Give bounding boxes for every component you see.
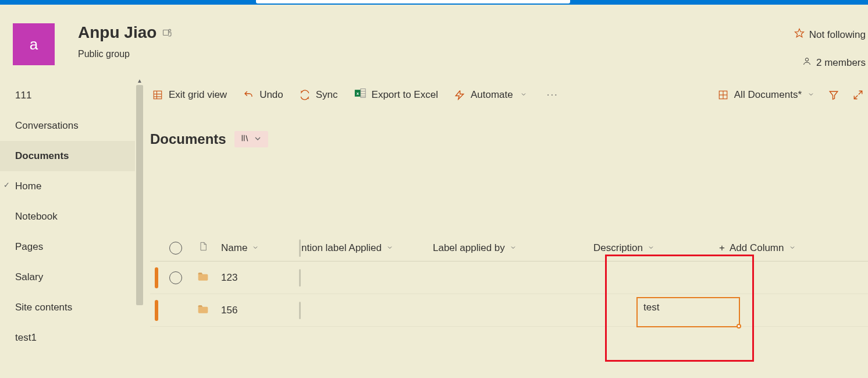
row-select[interactable] xyxy=(162,271,190,284)
sync-icon xyxy=(300,90,310,100)
exit-grid-button[interactable]: Exit grid view xyxy=(152,89,227,101)
chevron-down-icon xyxy=(253,134,262,145)
view-switcher[interactable] xyxy=(234,131,268,147)
automate-label: Automate xyxy=(471,89,513,101)
sidebar-item-documents[interactable]: Documents xyxy=(0,141,144,171)
sidebar-item-pages[interactable]: Pages xyxy=(0,232,144,262)
svg-line-22 xyxy=(246,135,248,141)
svg-marker-17 xyxy=(830,91,838,100)
chevron-down-icon xyxy=(386,242,393,254)
sidebar-item-site-contents[interactable]: Site contents xyxy=(0,292,144,323)
column-description[interactable]: Description xyxy=(593,242,716,254)
members-label: 2 members xyxy=(816,57,866,69)
chevron-down-icon xyxy=(510,242,517,254)
plus-icon: + xyxy=(719,242,725,254)
person-icon xyxy=(802,56,812,69)
site-logo[interactable]: a xyxy=(13,23,55,65)
row-marker xyxy=(155,267,158,288)
exit-grid-label: Exit grid view xyxy=(169,89,227,101)
svg-point-1 xyxy=(169,29,171,31)
column-name-label: Name xyxy=(221,242,247,254)
column-resize-handle[interactable] xyxy=(298,235,301,262)
cell-divider xyxy=(429,297,433,324)
undo-button[interactable]: Undo xyxy=(243,89,283,101)
add-column-button[interactable]: + Add Column xyxy=(719,242,812,254)
members-button[interactable]: 2 members xyxy=(802,56,866,69)
grid-header: Name ntion label Applied Label applied b… xyxy=(150,235,868,262)
star-icon xyxy=(794,28,805,41)
library-icon xyxy=(240,133,250,145)
sidebar: 111 Conversations Documents Home Noteboo… xyxy=(0,77,144,373)
item-name[interactable]: 123 xyxy=(216,272,298,284)
filter-icon[interactable] xyxy=(828,90,839,100)
column-resize-handle[interactable] xyxy=(429,235,433,262)
resize-handle[interactable] xyxy=(737,324,741,328)
chevron-down-icon xyxy=(648,242,654,254)
sidebar-item-111[interactable]: 111 xyxy=(0,80,144,111)
site-title-text: Anpu Jiao xyxy=(78,23,156,42)
svg-point-3 xyxy=(805,58,808,61)
site-subtitle: Public group xyxy=(78,49,867,59)
content-area: 111 Conversations Documents Home Noteboo… xyxy=(0,77,868,373)
column-label-by[interactable]: Label applied by xyxy=(433,242,590,254)
expand-icon[interactable] xyxy=(853,90,863,100)
follow-button[interactable]: Not following xyxy=(794,28,866,41)
column-resize-handle[interactable] xyxy=(716,235,719,262)
scroll-up-icon[interactable]: ▲ xyxy=(136,77,143,84)
item-type xyxy=(190,303,216,317)
column-description-label: Description xyxy=(593,242,643,254)
edit-value: test xyxy=(643,302,659,313)
item-name[interactable]: 156 xyxy=(216,305,298,316)
column-labelby-label: Label applied by xyxy=(433,242,505,254)
svg-rect-0 xyxy=(163,30,169,36)
svg-line-18 xyxy=(859,91,862,94)
follow-label: Not following xyxy=(809,29,866,41)
item-type xyxy=(190,271,216,285)
sidebar-item-notebook[interactable]: Notebook xyxy=(0,202,144,232)
toolbar-right: All Documents* xyxy=(718,89,868,101)
automate-button[interactable]: Automate xyxy=(454,89,527,101)
svg-line-19 xyxy=(854,95,858,98)
cell-divider xyxy=(429,264,433,291)
sidebar-scrollbar[interactable]: ▲ xyxy=(135,77,144,373)
file-icon xyxy=(198,241,208,255)
column-type[interactable] xyxy=(190,241,216,255)
export-excel-button[interactable]: x Export to Excel xyxy=(354,87,438,102)
scrollbar-thumb[interactable] xyxy=(136,85,143,305)
cell-divider xyxy=(298,297,301,324)
cell-divider xyxy=(590,264,593,291)
grid-icon xyxy=(152,90,163,100)
top-app-bar xyxy=(0,0,868,5)
chevron-down-icon xyxy=(807,89,814,101)
sync-label: Sync xyxy=(316,89,338,101)
undo-icon xyxy=(243,90,254,100)
sidebar-item-salary[interactable]: Salary xyxy=(0,262,144,292)
document-grid: Name ntion label Applied Label applied b… xyxy=(150,235,868,327)
site-header: a Anpu Jiao Public group Not following 2… xyxy=(0,5,868,77)
more-button[interactable]: ··· xyxy=(543,89,562,101)
select-all[interactable] xyxy=(162,242,190,255)
sidebar-item-conversations[interactable]: Conversations xyxy=(0,111,144,141)
sidebar-item-test1[interactable]: test1 xyxy=(0,323,144,353)
search-bar-placeholder[interactable] xyxy=(256,0,570,3)
folder-icon xyxy=(197,271,209,285)
page-title-row: Documents xyxy=(150,131,868,147)
column-name[interactable]: Name xyxy=(216,242,298,254)
table-row[interactable]: 156 xyxy=(150,294,868,327)
table-row[interactable]: 123 xyxy=(150,262,868,294)
export-label: Export to Excel xyxy=(372,89,438,101)
undo-label: Undo xyxy=(259,89,283,101)
sync-button[interactable]: Sync xyxy=(300,89,338,101)
teams-icon[interactable] xyxy=(162,23,173,42)
chevron-down-icon xyxy=(252,242,259,254)
description-edit-cell[interactable]: test xyxy=(636,297,740,327)
column-resize-handle[interactable] xyxy=(590,235,593,262)
view-selector[interactable]: All Documents* xyxy=(718,89,814,101)
sidebar-item-home[interactable]: Home xyxy=(0,171,144,202)
cell-divider xyxy=(298,264,301,291)
column-retention-label: ntion label Applied xyxy=(301,242,382,254)
column-retention[interactable]: ntion label Applied xyxy=(301,242,429,254)
add-column-label: Add Column xyxy=(730,242,784,254)
svg-rect-4 xyxy=(154,91,162,99)
automate-icon xyxy=(454,90,465,100)
